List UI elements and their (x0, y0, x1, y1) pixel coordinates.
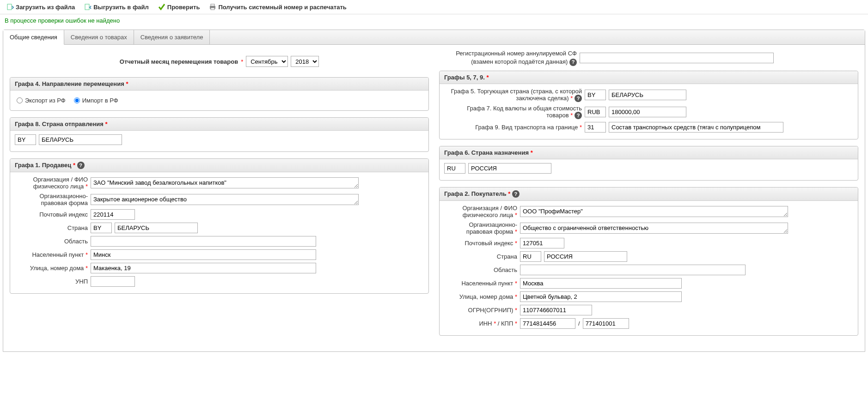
radio-export[interactable]: Экспорт из РФ (17, 97, 66, 104)
g2-inn-input[interactable] (520, 318, 575, 329)
g2-city-input[interactable] (520, 278, 682, 289)
g579-title: Графы 5, 7, 9. (444, 74, 485, 81)
help-icon[interactable]: ? (512, 190, 520, 198)
g9-code-input[interactable] (585, 122, 606, 133)
tab-general[interactable]: Общие сведения (3, 30, 64, 45)
help-icon[interactable]: ? (575, 95, 582, 102)
g1-title: Графа 1. Продавец (15, 162, 71, 169)
g2-country-code-input[interactable] (520, 251, 541, 262)
help-icon[interactable]: ? (575, 112, 582, 119)
save-button[interactable]: Выгрузить в файл (81, 2, 152, 12)
radio-import[interactable]: Импорт в РФ (74, 97, 118, 104)
required-mark: * (241, 58, 243, 65)
tab-applicant[interactable]: Сведения о заявителе (134, 30, 210, 44)
save-label: Выгрузить в файл (93, 4, 149, 11)
help-icon[interactable]: ? (77, 162, 85, 169)
g7-val-input[interactable] (609, 107, 686, 117)
g8-code-input[interactable] (15, 134, 36, 145)
printer-icon (209, 3, 216, 11)
g1-region-input[interactable] (91, 236, 316, 247)
year-select[interactable]: 2018 (291, 56, 319, 67)
toolbar: Загрузить из файла Выгрузить в файл Пров… (0, 0, 868, 14)
g1-form-input[interactable] (91, 194, 359, 205)
g1-post-input[interactable] (91, 209, 135, 220)
fieldset-g2: Графа 2. Покупатель * ? Организация / ФИ… (439, 187, 858, 336)
svg-rect-3 (211, 4, 214, 6)
g2-kpp-input[interactable] (583, 318, 629, 329)
fieldset-g4: Графа 4. Направление перемещения * Экспо… (10, 77, 429, 111)
tabs-strip: Общие сведения Сведения о товарах Сведен… (3, 30, 865, 45)
tab-body: Отчетный месяц перемещения товаров * Сен… (3, 45, 865, 351)
print-button[interactable]: Получить системный номер и распечатать (206, 2, 349, 12)
g6-name-input[interactable] (468, 163, 551, 174)
svg-rect-0 (7, 4, 12, 10)
g6-code-input[interactable] (444, 163, 465, 174)
g7-code-input[interactable] (585, 107, 606, 117)
tab-goods[interactable]: Сведения о товарах (64, 30, 134, 44)
g6-title: Графа 6. Страна назначения (444, 149, 529, 156)
g2-region-input[interactable] (520, 265, 746, 275)
g8-title: Графа 8. Страна отправления (15, 121, 104, 127)
check-button[interactable]: Проверить (155, 2, 203, 12)
g2-post-input[interactable] (520, 238, 564, 248)
check-label: Проверить (167, 4, 200, 11)
help-icon[interactable]: ? (569, 59, 577, 66)
g2-title: Графа 2. Покупатель (444, 190, 507, 197)
check-icon (158, 3, 165, 11)
reg-cancel-input[interactable] (580, 53, 774, 63)
status-message: В процессе проверки ошибок не найдено (0, 14, 868, 27)
load-button[interactable]: Загрузить из файла (4, 2, 78, 12)
fieldset-g579: Графы 5, 7, 9. * Графа 5. Торгующая стра… (439, 71, 858, 139)
month-select[interactable]: Сентябрь (246, 56, 288, 67)
g1-unp-input[interactable] (91, 276, 135, 287)
g8-name-input[interactable] (39, 134, 122, 145)
g1-country-code-input[interactable] (91, 223, 112, 233)
g2-org-input[interactable] (520, 206, 788, 217)
g1-street-input[interactable] (91, 263, 316, 273)
reg-cancel-label-b: (взамен которой подаётся данная) (471, 58, 568, 65)
load-label: Загрузить из файла (16, 4, 75, 11)
upload-file-icon (6, 3, 14, 11)
fieldset-g1: Графа 1. Продавец * ? Организация / ФИОф… (10, 158, 429, 294)
g2-country-name-input[interactable] (544, 251, 627, 262)
svg-rect-4 (211, 8, 214, 10)
g1-city-input[interactable] (91, 249, 316, 260)
svg-rect-1 (85, 4, 89, 10)
g2-street-input[interactable] (520, 291, 682, 302)
g2-ogrn-input[interactable] (520, 305, 592, 315)
g2-form-input[interactable] (520, 223, 788, 234)
g1-country-name-input[interactable] (115, 223, 198, 233)
g9-name-input[interactable] (609, 122, 783, 133)
g5-name-input[interactable] (609, 90, 686, 100)
download-file-icon (84, 3, 92, 11)
g4-title: Графа 4. Направление перемещения (15, 80, 124, 87)
fieldset-g6: Графа 6. Страна назначения * (439, 146, 858, 181)
g5-code-input[interactable] (585, 90, 606, 100)
reg-cancel-label-a: Регистрационный номер аннулируемой СФ (456, 50, 577, 57)
month-label: Отчетный месяц перемещения товаров (120, 58, 238, 65)
print-label: Получить системный номер и распечатать (218, 4, 346, 11)
fieldset-g8: Графа 8. Страна отправления * (10, 117, 429, 152)
g1-org-input[interactable] (91, 177, 359, 188)
tabs-container: Общие сведения Сведения о товарах Сведен… (3, 30, 865, 352)
